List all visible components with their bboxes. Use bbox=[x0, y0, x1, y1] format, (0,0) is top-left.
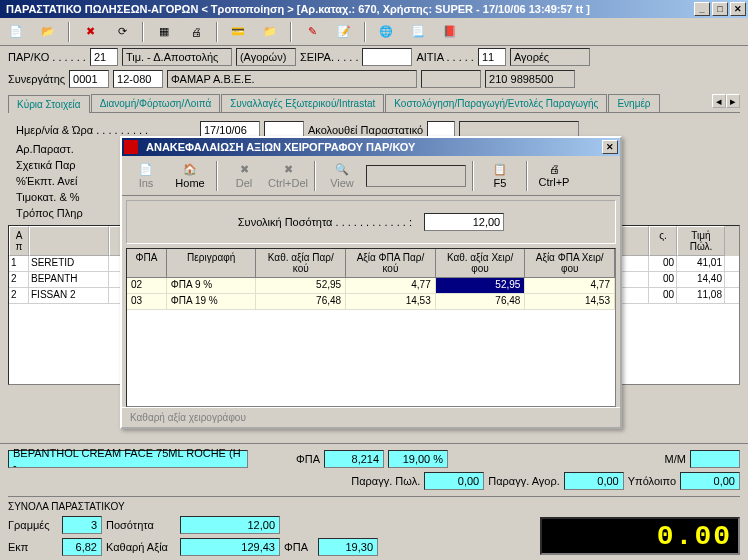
selected-cell[interactable]: 52,95 bbox=[436, 278, 526, 293]
window-title: ΠΑΡΑΣΤΑΤΙΚΟ ΠΩΛΗΣΕΩΝ-ΑΓΟΡΩΝ < Τροποποίησ… bbox=[2, 3, 694, 15]
view-input bbox=[366, 165, 466, 187]
pencil-icon[interactable]: ✎ bbox=[300, 21, 324, 43]
modal-title: ΑΝΑΚΕΦΑΛΑΙΩΣΗ ΑΞΙΩΝ ΧΕΙΡΟΓΡΑΦΟΥ ΠΑΡ/ΚΟΥ bbox=[142, 141, 602, 153]
tab-kyria[interactable]: Κύρια Στοιχεία bbox=[8, 95, 90, 113]
new-icon[interactable]: 📄 bbox=[4, 21, 28, 43]
qty-input[interactable]: 12,00 bbox=[424, 213, 504, 231]
print-icon[interactable]: 🖨 bbox=[184, 21, 208, 43]
lcd-display: 0.00 bbox=[540, 517, 740, 555]
tab-dianomi[interactable]: Διανομή/Φόρτωση/Λοιπά bbox=[91, 94, 221, 112]
synerg-code1-input[interactable]: 0001 bbox=[69, 70, 109, 88]
main-titlebar: ΠΑΡΑΣΤΑΤΙΚΟ ΠΩΛΗΣΕΩΝ-ΑΓΟΡΩΝ < Τροποποίησ… bbox=[0, 0, 748, 18]
tab-intrastat[interactable]: Συναλλαγές Εξωτερικού/Intrastat bbox=[221, 94, 384, 112]
note-icon[interactable]: 📝 bbox=[332, 21, 356, 43]
view-button: 🔍View bbox=[322, 158, 362, 194]
aitia-code-input[interactable]: 11 bbox=[478, 48, 506, 66]
book-icon[interactable]: 📕 bbox=[438, 21, 462, 43]
synerg-name: ΦΑΜΑΡ Α.Β.Ε.Ε. bbox=[167, 70, 417, 88]
parko-desc: Τιμ. - Δ.Αποστολής bbox=[122, 48, 232, 66]
parko-label: ΠΑΡ/ΚΟ . . . . . . bbox=[8, 51, 86, 63]
seira-input[interactable] bbox=[362, 48, 412, 66]
synerg-phone: 210 9898500 bbox=[485, 70, 575, 88]
vat-grid[interactable]: ΦΠΑ Περιγραφή Καθ. αξία Παρ/κού Αξία ΦΠΑ… bbox=[126, 248, 616, 407]
tab-kostologisi[interactable]: Κοστολόγηση/Παραγωγή/Εντολές Παραγωγής bbox=[385, 94, 607, 112]
tab-scroll-left[interactable]: ◂ bbox=[712, 94, 726, 108]
ctrlp-button[interactable]: 🖨Ctrl+P bbox=[534, 158, 574, 194]
minimize-button[interactable]: _ bbox=[694, 2, 710, 16]
timokat-label: Τιμοκατ. & % bbox=[16, 191, 80, 203]
tropos-label: Τρόπος Πληρ bbox=[16, 207, 83, 219]
totals-title: ΣΥΝΟΛΑ ΠΑΡΑΣΤΑΤΙΚΟΥ bbox=[8, 501, 740, 512]
parko-type: (Αγορών) bbox=[236, 48, 296, 66]
item-desc: BEPANTHOL CREAM FACE 75ML ROCHE (H - bbox=[8, 450, 248, 468]
date-label: Ημερ/νία & Ώρα . . . . . . . . . bbox=[16, 124, 196, 136]
tab-strip: Κύρια Στοιχεία Διανομή/Φόρτωση/Λοιπά Συν… bbox=[8, 94, 740, 113]
card-icon[interactable]: 💳 bbox=[226, 21, 250, 43]
folder-icon[interactable]: 📂 bbox=[36, 21, 60, 43]
ins-button: 📄Ins bbox=[126, 158, 166, 194]
main-toolbar: 📄 📂 ✖ ⟳ ▦ 🖨 💳 📁 ✎ 📝 🌐 📃 📕 bbox=[0, 18, 748, 46]
ctrldel-button: ✖Ctrl+Del bbox=[268, 158, 308, 194]
arparast-label: Αρ.Παραστ. bbox=[16, 143, 74, 155]
modal-icon bbox=[124, 140, 138, 154]
fpa-pct: 19,00 % bbox=[388, 450, 448, 468]
globe-icon[interactable]: 🌐 bbox=[374, 21, 398, 43]
parko-code-input[interactable]: 21 bbox=[90, 48, 118, 66]
synerg-code2-input[interactable]: 12-080 bbox=[113, 70, 163, 88]
delete-icon[interactable]: ✖ bbox=[78, 21, 102, 43]
maximize-button[interactable]: □ bbox=[712, 2, 728, 16]
del-button: ✖Del bbox=[224, 158, 264, 194]
tab-enimer[interactable]: Ενημέρ bbox=[608, 94, 659, 112]
akol-label: Ακολουθεί Παραστατικό bbox=[308, 124, 423, 136]
ekpt-label: %Έκπτ. Ανεί bbox=[16, 175, 77, 187]
aitia-desc: Αγορές bbox=[510, 48, 590, 66]
home-button[interactable]: 🏠Home bbox=[170, 158, 210, 194]
modal-close-button[interactable]: ✕ bbox=[602, 140, 618, 154]
fpa-val: 8,214 bbox=[324, 450, 384, 468]
summary-modal: ΑΝΑΚΕΦΑΛΑΙΩΣΗ ΑΞΙΩΝ ΧΕΙΡΟΓΡΑΦΟΥ ΠΑΡ/ΚΟΥ … bbox=[120, 136, 622, 429]
synerg-label: Συνεργάτης bbox=[8, 73, 65, 85]
grid-icon[interactable]: ▦ bbox=[152, 21, 176, 43]
doc-icon[interactable]: 📃 bbox=[406, 21, 430, 43]
tab-scroll-right[interactable]: ▸ bbox=[726, 94, 740, 108]
open-folder-icon[interactable]: 📁 bbox=[258, 21, 282, 43]
sxetika-label: Σχετικά Παρ bbox=[16, 159, 76, 171]
modal-footer-label: Καθαρή αξία χειρογράφου bbox=[122, 407, 620, 427]
aitia-label: ΑΙΤΙΑ . . . . . bbox=[416, 51, 473, 63]
qty-label: Συνολική Ποσότητα . . . . . . . . . . . … bbox=[238, 216, 412, 228]
f5-button[interactable]: 📋F5 bbox=[480, 158, 520, 194]
seira-label: ΣΕΙΡΑ. . . . . bbox=[300, 51, 359, 63]
close-button[interactable]: ✕ bbox=[730, 2, 746, 16]
refresh-icon[interactable]: ⟳ bbox=[110, 21, 134, 43]
